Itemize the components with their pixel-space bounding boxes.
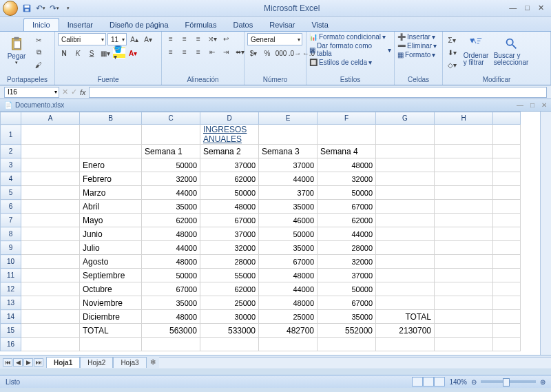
cancel-formula-icon[interactable]: ✕ xyxy=(62,87,68,96)
cell[interactable] xyxy=(435,200,493,214)
cell[interactable]: 48000 xyxy=(259,296,318,310)
cell[interactable] xyxy=(21,338,80,351)
cell[interactable] xyxy=(493,125,521,145)
fx-icon[interactable]: fx xyxy=(80,88,86,96)
zoom-slider[interactable] xyxy=(481,380,536,383)
col-header[interactable]: B xyxy=(80,112,142,125)
cell[interactable] xyxy=(435,186,493,200)
cell[interactable]: 50000 xyxy=(259,227,318,241)
row-header[interactable]: 12 xyxy=(1,282,21,296)
sheet-nav-prev[interactable]: ◀ xyxy=(13,358,23,367)
cell[interactable] xyxy=(142,338,200,351)
tab-diseno[interactable]: Diseño de página xyxy=(101,19,177,31)
cell[interactable]: 50000 xyxy=(200,186,259,200)
row-header[interactable]: 9 xyxy=(1,241,21,255)
paste-button[interactable]: Pegar ▾ xyxy=(3,33,30,65)
sheet-tab[interactable]: Hoja1 xyxy=(46,357,80,368)
cell[interactable] xyxy=(21,186,80,200)
cell[interactable]: Marzo xyxy=(80,186,142,200)
align-left-icon[interactable]: ≡ xyxy=(165,46,177,57)
enter-formula-icon[interactable]: ✓ xyxy=(71,87,77,96)
cell[interactable] xyxy=(80,125,142,145)
cell[interactable] xyxy=(80,145,142,158)
cell[interactable]: 35000 xyxy=(142,296,200,310)
shrink-font-icon[interactable]: A▾ xyxy=(142,34,154,45)
cell[interactable]: 32000 xyxy=(200,241,259,255)
cell[interactable] xyxy=(435,324,493,338)
row-header[interactable]: 14 xyxy=(1,310,21,324)
cell[interactable]: 25000 xyxy=(259,310,318,324)
cell[interactable] xyxy=(493,227,521,241)
col-header[interactable]: A xyxy=(21,112,80,125)
autosum-icon[interactable]: Σ▾ xyxy=(446,34,458,45)
cell[interactable]: 62000 xyxy=(318,214,376,227)
zoom-in-icon[interactable]: ⊕ xyxy=(540,378,545,386)
format-painter-icon[interactable]: 🖌 xyxy=(32,59,45,70)
cell[interactable] xyxy=(376,186,435,200)
cell[interactable]: 50000 xyxy=(142,158,200,172)
cell[interactable] xyxy=(142,125,200,145)
cell[interactable] xyxy=(21,310,80,324)
cell[interactable] xyxy=(376,158,435,172)
cell[interactable] xyxy=(493,158,521,172)
cell[interactable] xyxy=(493,255,521,269)
cell[interactable]: 28000 xyxy=(200,255,259,269)
conditional-format-button[interactable]: 📊Formato condicional ▾ xyxy=(309,33,386,41)
format-as-table-button[interactable]: ▦Dar formato como tabla ▾ xyxy=(309,42,391,57)
cell[interactable] xyxy=(376,172,435,186)
cell[interactable]: Noviembre xyxy=(80,296,142,310)
cell[interactable] xyxy=(493,186,521,200)
cell[interactable]: 35000 xyxy=(142,200,200,214)
tab-formulas[interactable]: Fórmulas xyxy=(177,19,225,31)
maximize-icon[interactable]: □ xyxy=(525,3,530,12)
cell[interactable]: 32000 xyxy=(142,172,200,186)
cell[interactable]: 37000 xyxy=(318,269,376,282)
cell[interactable] xyxy=(435,227,493,241)
row-header[interactable]: 7 xyxy=(1,214,21,227)
cell[interactable]: 533000 xyxy=(200,324,259,338)
row-header[interactable]: 10 xyxy=(1,255,21,269)
doc-minimize-icon[interactable]: — xyxy=(517,101,523,109)
number-format-combo[interactable]: General xyxy=(247,33,302,45)
cell[interactable] xyxy=(80,338,142,351)
cell[interactable]: 37000 xyxy=(200,227,259,241)
cell[interactable]: 35000 xyxy=(259,241,318,255)
cell[interactable]: 44000 xyxy=(318,227,376,241)
cell[interactable]: 35000 xyxy=(259,200,318,214)
cell[interactable]: 48000 xyxy=(142,310,200,324)
row-header[interactable]: 8 xyxy=(1,227,21,241)
align-top-icon[interactable]: ≡ xyxy=(165,33,177,44)
cell-styles-button[interactable]: 🔲Estilos de celda ▾ xyxy=(309,59,372,66)
align-middle-icon[interactable]: ≡ xyxy=(178,33,191,44)
cell[interactable] xyxy=(21,241,80,255)
cell[interactable] xyxy=(21,296,80,310)
zoom-out-icon[interactable]: ⊖ xyxy=(471,378,477,386)
cell[interactable]: 37000 xyxy=(200,158,259,172)
cell[interactable] xyxy=(493,282,521,296)
cell[interactable]: 30000 xyxy=(200,310,259,324)
delete-cells-button[interactable]: ➖ Eliminar ▾ xyxy=(397,42,437,50)
cell[interactable]: 67000 xyxy=(259,255,318,269)
cell[interactable] xyxy=(493,296,521,310)
align-center-icon[interactable]: ≡ xyxy=(178,46,191,57)
cell[interactable]: Agosto xyxy=(80,255,142,269)
cell[interactable]: 50000 xyxy=(318,186,376,200)
cell[interactable]: 50000 xyxy=(142,269,200,282)
sheet-tab[interactable]: Hoja2 xyxy=(80,357,113,368)
cell[interactable] xyxy=(21,145,80,158)
page-layout-view-icon[interactable] xyxy=(423,377,434,386)
cell[interactable] xyxy=(376,282,435,296)
cell[interactable] xyxy=(21,172,80,186)
cell[interactable]: 3700 xyxy=(259,186,318,200)
cell[interactable] xyxy=(21,214,80,227)
italic-icon[interactable]: K xyxy=(72,48,84,59)
cell[interactable]: 44000 xyxy=(259,172,318,186)
cell[interactable]: 563000 xyxy=(142,324,200,338)
cell[interactable]: Abril xyxy=(80,200,142,214)
cell[interactable]: 48000 xyxy=(142,255,200,269)
sheet-nav-first[interactable]: ⏮ xyxy=(3,358,12,367)
cell[interactable] xyxy=(435,269,493,282)
font-size-combo[interactable]: 11 xyxy=(107,33,127,45)
cell[interactable]: INGRESOS ANUALES xyxy=(200,125,259,145)
tab-revisar[interactable]: Revisar xyxy=(261,19,303,31)
